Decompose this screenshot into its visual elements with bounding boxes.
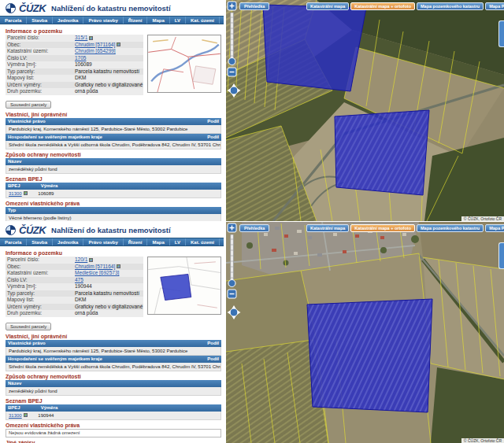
map-sheet-value: DKM: [73, 75, 143, 82]
ownership-header: Vlastnické právo Podíl: [6, 118, 221, 126]
menu-kat-uzemi[interactable]: Kat. území: [186, 238, 220, 245]
pan-rose-control[interactable]: [228, 83, 241, 98]
menu-jednotka[interactable]: Jednotka: [53, 17, 83, 24]
menu-rizeni[interactable]: Řízení: [124, 17, 148, 24]
zoom-in-button[interactable]: [228, 223, 236, 232]
parcel-type-value: Parcela katastru nemovitostí: [73, 290, 143, 297]
zoom-out-button[interactable]: [228, 68, 236, 76]
determination-value: Graficky nebo v digitalizované mapě: [73, 304, 143, 311]
location-minimap[interactable]: [147, 35, 221, 93]
menu-pravo-stavby[interactable]: Právo stavby: [83, 238, 123, 245]
menu-parcela[interactable]: Parcela: [0, 17, 27, 24]
cadastral-area-link[interactable]: Chrudim [654299]: [75, 48, 116, 54]
overview-button[interactable]: Přehledka: [239, 2, 269, 10]
land-type-value: orná půda: [73, 310, 143, 317]
parcel-number-link[interactable]: 120/1: [75, 257, 87, 262]
overview-button[interactable]: Přehledka: [239, 224, 269, 232]
menu-mapa[interactable]: Mapa: [147, 238, 169, 245]
cuzk-logo-text: ČÚZK: [19, 2, 46, 14]
highlighted-parcel-secondary[interactable]: [335, 110, 429, 195]
steward-row: Střední škola zemědělská a Vyšší odborná…: [6, 363, 221, 371]
determination-value: Graficky nebo v digitalizované mapě: [73, 82, 143, 89]
aerial-map-canvas[interactable]: [226, 0, 504, 221]
map-zoom-control[interactable]: [227, 1, 241, 105]
menu-mapa[interactable]: Mapa: [147, 17, 169, 24]
parcel-type-value: Parcela katastru nemovitostí: [73, 68, 143, 76]
layer-pozemkovy-katastr[interactable]: Mapa pozemkového katastru: [417, 224, 484, 232]
restrictions-empty: Nejsou evidována žádná omezení: [6, 429, 221, 438]
menu-rizeni[interactable]: Řízení: [124, 238, 148, 245]
lv-number-link[interactable]: 1705: [75, 55, 86, 61]
app-title: Nahlížení do katastru nemovitostí: [51, 4, 171, 13]
show-in-map-icon[interactable]: [89, 36, 93, 40]
menu-lv[interactable]: LV: [170, 17, 186, 24]
app-title: Nahlížení do katastru nemovitostí: [51, 226, 171, 234]
parcel-info-table: Parcelní číslo: 120/1 Obec: Chrudim [571…: [6, 257, 143, 317]
map-panel-tab[interactable]: [498, 20, 504, 47]
neighbor-parcels-button[interactable]: Sousední parcely: [6, 101, 51, 109]
zoom-slider-track[interactable]: [231, 13, 234, 65]
lv-number-link[interactable]: 475: [75, 277, 83, 282]
bpej-heading: Seznam BPEJ: [6, 176, 221, 182]
map-panel-tab[interactable]: [498, 242, 504, 269]
location-minimap[interactable]: [147, 257, 221, 315]
menu-lv[interactable]: LV: [170, 238, 186, 245]
map-view-2[interactable]: Přehledka Katastrální mapa Katastrální m…: [226, 222, 504, 443]
layer-katastralni-ortofoto[interactable]: Katastrální mapa + ortofoto: [350, 224, 415, 232]
map-zoom-control[interactable]: [227, 223, 241, 327]
municipality-link[interactable]: Chrudim [571164]: [75, 42, 115, 47]
bpej-code-link[interactable]: 31300: [9, 191, 22, 196]
show-in-map-icon[interactable]: [89, 258, 93, 262]
neighbor-parcels-button[interactable]: Sousední parcely: [6, 323, 51, 330]
map-sheet-value: DKM: [73, 297, 143, 304]
protection-row: zemědělský půdní fond: [6, 165, 221, 174]
bpej-row: 31300 190944: [6, 412, 221, 420]
area-value: 190944: [73, 283, 143, 290]
layer-katastralni-mapa[interactable]: Katastrální mapa: [306, 224, 349, 232]
zoom-in-button[interactable]: [228, 2, 236, 10]
zoom-slider-knob[interactable]: [228, 280, 235, 287]
map-layer-buttons: Katastrální mapa Katastrální mapa + orto…: [306, 224, 504, 232]
layer-pk-ortofoto[interactable]: Mapa PK + ortofoto: [485, 2, 504, 10]
show-in-map-icon[interactable]: [24, 191, 28, 195]
municipality-link[interactable]: Chrudim [571164]: [75, 264, 115, 269]
menu-parcela[interactable]: Parcela: [0, 238, 27, 245]
protection-heading: Způsob ochrany nemovitosti: [6, 152, 221, 157]
cadastre-panel-2: ČÚZK Nahlížení do katastru nemovitostí P…: [0, 222, 504, 443]
parcel-number-link[interactable]: 315/1: [75, 35, 87, 40]
layer-pk-ortofoto[interactable]: Mapa PK + ortofoto: [485, 224, 504, 232]
pan-rose-control[interactable]: [228, 305, 241, 319]
menu-stavba[interactable]: Stavba: [27, 17, 53, 24]
show-in-map-icon[interactable]: [117, 42, 120, 46]
show-in-map-icon[interactable]: [24, 413, 28, 417]
map-layer-buttons: Katastrální mapa Katastrální mapa + orto…: [306, 2, 504, 10]
owners-heading: Vlastníci, jiní oprávnění: [6, 112, 221, 117]
main-menu: Parcela Stavba Jednotka Právo stavby Říz…: [0, 238, 224, 246]
zoom-slider-knob[interactable]: [228, 58, 235, 65]
owner-row: Pardubický kraj, Komenského náměstí 125,…: [6, 347, 221, 356]
zoom-out-button[interactable]: [228, 290, 236, 298]
menu-jednotka[interactable]: Jednotka: [53, 238, 83, 245]
highlighted-parcel[interactable]: [263, 5, 366, 91]
restrictions-heading: Omezení vlastnického práva: [6, 201, 221, 206]
layer-katastralni-mapa[interactable]: Katastrální mapa: [306, 2, 349, 10]
map-view-1[interactable]: Přehledka Katastrální mapa Katastrální m…: [226, 0, 504, 221]
cadastral-area-link[interactable]: Medlešice [692573]: [75, 270, 119, 275]
menu-kat-uzemi[interactable]: Kat. území: [186, 17, 220, 24]
area-value: 106089: [73, 61, 143, 68]
menu-stavba[interactable]: Stavba: [27, 238, 53, 245]
layer-katastralni-ortofoto[interactable]: Katastrální mapa + ortofoto: [350, 2, 415, 10]
cuzk-logo-icon: [6, 225, 16, 235]
ownership-header: Vlastnické právo Podíl: [6, 340, 221, 348]
steward-row: Střední škola zemědělská a Vyšší odborná…: [6, 141, 221, 150]
layer-pozemkovy-katastr[interactable]: Mapa pozemkového katastru: [417, 2, 484, 10]
owner-row: Pardubický kraj, Komenského náměstí 125,…: [6, 125, 221, 134]
highlighted-parcel[interactable]: [307, 299, 432, 412]
owners-heading: Vlastníci, jiní oprávnění: [6, 334, 221, 339]
menu-pravo-stavby[interactable]: Právo stavby: [83, 17, 123, 24]
stewardship-header: Hospodaření se svěřeným majetkem kraje P…: [6, 134, 221, 142]
aerial-map-canvas[interactable]: [226, 222, 504, 443]
show-in-map-icon[interactable]: [117, 264, 120, 268]
zoom-slider-track[interactable]: [231, 234, 234, 286]
bpej-code-link[interactable]: 31300: [9, 413, 22, 418]
